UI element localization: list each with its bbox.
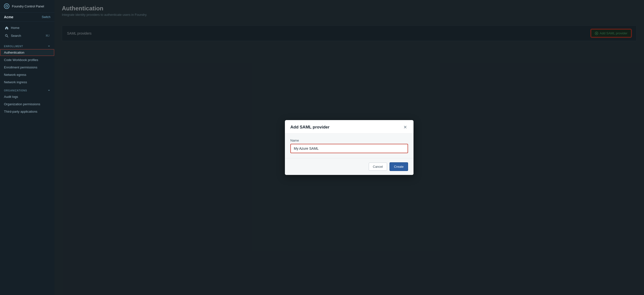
svg-point-0 (6, 5, 8, 7)
close-icon: ✕ (403, 125, 407, 130)
enrollment-label: ENROLLMENT (4, 45, 23, 48)
svg-point-1 (6, 34, 8, 36)
cancel-button[interactable]: Cancel (369, 163, 387, 171)
modal-overlay: Add SAML provider ✕ Name Cancel Create (54, 0, 644, 295)
name-input[interactable] (290, 144, 408, 153)
app-title: Foundry Control Panel (12, 4, 44, 8)
create-button[interactable]: Create (390, 162, 408, 171)
sidebar-item-network-egress[interactable]: Network egress (0, 71, 54, 78)
nav-home-label: Home (11, 26, 20, 30)
chevron-down-icon (48, 45, 50, 48)
search-shortcut: ⌘J (46, 34, 50, 37)
org-name: Acme (4, 15, 13, 19)
sidebar-item-code-workbook-profiles[interactable]: Code Workbook profiles (0, 56, 54, 63)
sidebar-nav: Home Search ⌘J (0, 22, 54, 42)
modal-title: Add SAML provider (290, 125, 330, 130)
main-content: Authentication Integrate identity provid… (54, 0, 644, 295)
sidebar-item-audit-logs[interactable]: Audit logs (0, 93, 54, 100)
section-header-organizations[interactable]: ORGANIZATIONS (0, 86, 54, 93)
section-header-enrollment[interactable]: ENROLLMENT (0, 42, 54, 49)
sidebar-item-home[interactable]: Home (1, 24, 54, 32)
sidebar-item-third-party-applications[interactable]: Third-party applications (0, 108, 54, 115)
org-row: Acme Switch (0, 12, 54, 22)
svg-line-2 (7, 36, 8, 37)
switch-button[interactable]: Switch (42, 15, 50, 19)
modal-footer: Cancel Create (285, 158, 414, 175)
foundry-logo-icon (4, 3, 10, 9)
sidebar-item-search[interactable]: Search ⌘J (1, 32, 54, 39)
modal-close-button[interactable]: ✕ (402, 125, 408, 130)
modal-body: Name (285, 134, 414, 158)
nav-search-label: Search (11, 34, 21, 37)
sidebar-item-enrollment-permissions[interactable]: Enrollment permissions (0, 64, 54, 71)
search-icon (5, 34, 8, 37)
home-icon (5, 26, 8, 30)
sidebar-item-network-ingress[interactable]: Network ingress (0, 79, 54, 86)
modal-header: Add SAML provider ✕ (285, 120, 414, 134)
sidebar-item-organization-permissions[interactable]: Organization permissions (0, 101, 54, 108)
enrollment-items: Authentication Code Workbook profiles En… (0, 49, 54, 86)
chevron-down-icon-2 (48, 89, 50, 92)
organizations-items: Audit logs Organization permissions Thir… (0, 93, 54, 115)
sidebar: Foundry Control Panel Acme Switch Home S… (0, 0, 54, 295)
sidebar-item-authentication[interactable]: Authentication (0, 49, 54, 56)
organizations-label: ORGANIZATIONS (4, 89, 27, 92)
sidebar-header: Foundry Control Panel (0, 0, 54, 12)
add-saml-modal: Add SAML provider ✕ Name Cancel Create (285, 120, 414, 175)
name-field-label: Name (290, 139, 408, 142)
